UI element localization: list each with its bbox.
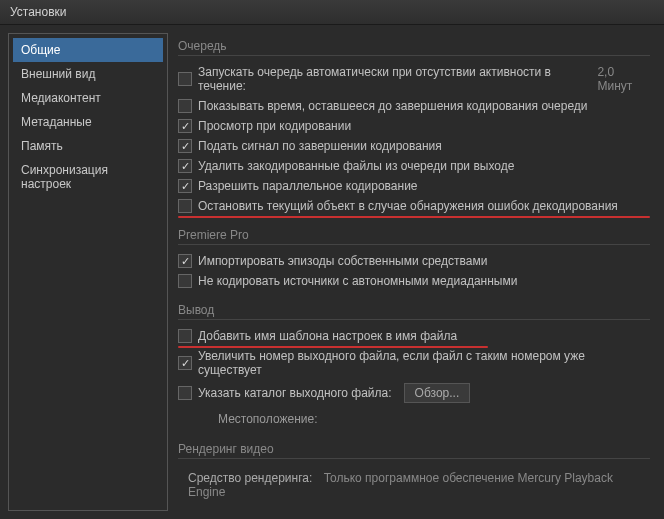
sidebar-item-media[interactable]: Медиаконтент [13, 86, 163, 110]
label-delete: Удалить закодированные файлы из очереди … [198, 159, 514, 173]
checkbox-parallel[interactable] [178, 179, 192, 193]
render-label: Средство рендеринга: [188, 471, 312, 485]
label-signal: Подать сигнал по завершении кодирования [198, 139, 442, 153]
label-nocode: Не кодировать источники с автономными ме… [198, 274, 517, 288]
checkbox-showtime[interactable] [178, 99, 192, 113]
label-autostart: Запускать очередь автоматически при отсу… [198, 65, 585, 93]
section-queue-title: Очередь [178, 39, 650, 56]
sidebar-item-sync[interactable]: Синхронизация настроек [13, 158, 163, 196]
section-render-title: Рендеринг видео [178, 442, 650, 459]
label-folder: Указать каталог выходного файла: [198, 386, 392, 400]
label-showtime: Показывать время, оставшееся до завершен… [198, 99, 588, 113]
checkbox-increment[interactable] [178, 356, 192, 370]
autostart-value[interactable]: 2,0 Минут [597, 65, 650, 93]
checkbox-import[interactable] [178, 254, 192, 268]
sidebar-item-memory[interactable]: Память [13, 134, 163, 158]
section-output-title: Вывод [178, 303, 650, 320]
sidebar: Общие Внешний вид Медиаконтент Метаданны… [8, 33, 168, 511]
window-title: Установки [0, 0, 664, 25]
location-label: Местоположение: [178, 406, 650, 436]
checkbox-preview[interactable] [178, 119, 192, 133]
checkbox-delete[interactable] [178, 159, 192, 173]
checkbox-addname[interactable] [178, 329, 192, 343]
label-stop: Остановить текущий объект в случае обнар… [198, 199, 618, 213]
browse-button[interactable]: Обзор... [404, 383, 471, 403]
sidebar-item-general[interactable]: Общие [13, 38, 163, 62]
section-premiere-title: Premiere Pro [178, 228, 650, 245]
main-panel: Очередь Запускать очередь автоматически … [178, 33, 656, 511]
checkbox-stop[interactable] [178, 199, 192, 213]
label-addname: Добавить имя шаблона настроек в имя файл… [198, 329, 457, 343]
checkbox-signal[interactable] [178, 139, 192, 153]
label-parallel: Разрешить параллельное кодирование [198, 179, 418, 193]
checkbox-autostart[interactable] [178, 72, 192, 86]
checkbox-nocode[interactable] [178, 274, 192, 288]
label-preview: Просмотр при кодировании [198, 119, 351, 133]
label-increment: Увеличить номер выходного файла, если фа… [198, 349, 650, 377]
sidebar-item-metadata[interactable]: Метаданные [13, 110, 163, 134]
sidebar-item-appearance[interactable]: Внешний вид [13, 62, 163, 86]
label-import: Импортировать эпизоды собственными средс… [198, 254, 487, 268]
checkbox-folder[interactable] [178, 386, 192, 400]
